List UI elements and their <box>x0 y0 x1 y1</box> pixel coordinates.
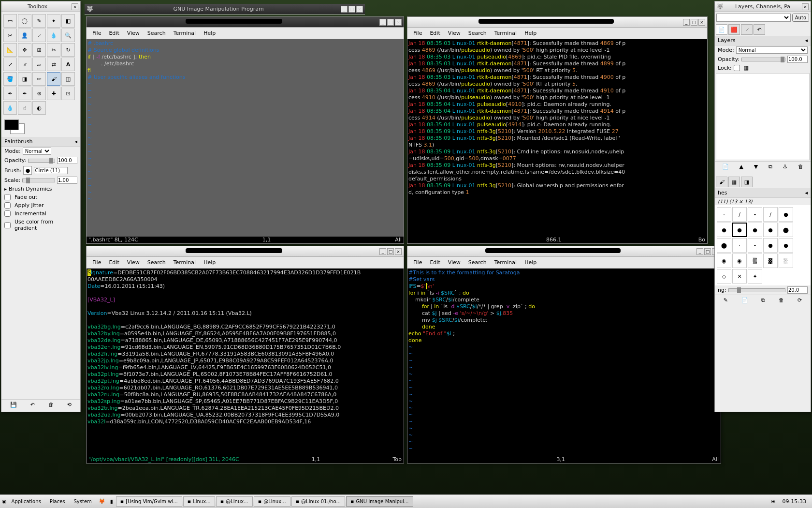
menu-file[interactable]: File <box>409 258 426 267</box>
edit-brush-icon[interactable]: ✎ <box>724 297 728 303</box>
free-select-tool[interactable]: ✎ <box>32 14 46 28</box>
toolbox-titlebar[interactable]: Toolbox × <box>1 1 80 12</box>
menu-help[interactable]: Help <box>200 29 219 38</box>
duplicate-layer-icon[interactable]: ⧉ <box>768 164 772 170</box>
new-layer-icon[interactable]: 📄 <box>722 164 729 170</box>
lock-pixels-checkbox[interactable] <box>734 65 740 71</box>
scale-tool[interactable]: ⤢ <box>3 58 17 71</box>
brush-item[interactable]: ░ <box>779 254 793 268</box>
gimp-main-titlebar[interactable]: 🐺 GNU Image Manipulation Program _ □ × <box>85 4 365 15</box>
menu-terminal[interactable]: Terminal <box>491 29 521 38</box>
flip-tool[interactable]: ⇄ <box>47 58 60 71</box>
brush-item[interactable]: ◉ <box>732 254 747 268</box>
brush-item[interactable]: ▒ <box>748 254 762 268</box>
menu-help[interactable]: Help <box>521 29 540 38</box>
restore-options-icon[interactable]: ↶ <box>30 402 35 408</box>
brush-item[interactable]: ● <box>732 223 747 237</box>
blur-tool[interactable]: 💧 <box>3 101 17 115</box>
brush-item[interactable]: ⬤ <box>717 238 731 253</box>
options-menu-icon[interactable]: ◂ <box>74 138 77 145</box>
new-brush-icon[interactable]: 📄 <box>741 297 748 303</box>
terminal-4-content[interactable]: #This is to fix the formatting for Sarat… <box>407 269 721 463</box>
text-tool[interactable]: A <box>61 58 75 71</box>
menu-help[interactable]: Help <box>200 258 219 267</box>
menu-terminal[interactable]: Terminal <box>170 258 200 267</box>
menu-search[interactable]: Search <box>144 258 170 267</box>
brush-item[interactable]: ▓ <box>763 254 778 268</box>
ink-tool[interactable]: ✒ <box>18 87 31 100</box>
scale-input[interactable] <box>57 177 77 184</box>
menu-file[interactable]: File <box>88 258 105 267</box>
layers-list[interactable] <box>716 73 810 160</box>
minimize-icon[interactable]: _ <box>379 19 386 26</box>
bucket-fill-tool[interactable]: 🪣 <box>3 72 17 86</box>
menu-search[interactable]: Search <box>464 29 491 38</box>
brush-item[interactable]: ✕ <box>732 269 747 284</box>
brush-item[interactable]: • <box>748 238 762 253</box>
channels-tab[interactable]: 🟥 <box>728 24 740 35</box>
opacity-slider[interactable] <box>28 159 55 163</box>
menu-file[interactable]: File <box>88 29 105 38</box>
opacity-input[interactable] <box>57 157 77 164</box>
menu-terminal[interactable]: Terminal <box>491 258 521 267</box>
heal-tool[interactable]: ✚ <box>47 87 60 100</box>
color-picker-tool[interactable]: 💧 <box>47 29 60 42</box>
paintbrush-tool[interactable]: 🖌 <box>47 72 60 86</box>
maximize-icon[interactable]: □ <box>387 19 394 26</box>
spacing-slider[interactable] <box>728 288 785 292</box>
move-tool[interactable]: ✥ <box>18 43 31 57</box>
clock[interactable]: 09:15:33 <box>779 498 810 505</box>
menu-view[interactable]: View <box>123 29 144 38</box>
brush-preview[interactable]: ● <box>23 166 32 175</box>
perspective-clone-tool[interactable]: ⊡ <box>61 87 75 100</box>
taskbar-item[interactable]: ▪@Linux-01:/ho... <box>291 496 345 507</box>
taskbar-item[interactable]: ▪Linux... <box>183 496 215 507</box>
rect-select-tool[interactable]: ▭ <box>3 14 17 28</box>
terminal-2-titlebar[interactable]: _□× <box>407 17 707 28</box>
menu-view[interactable]: View <box>444 258 464 267</box>
close-icon[interactable]: × <box>72 3 78 10</box>
blend-tool[interactable]: ◨ <box>18 72 31 86</box>
terminal-3-content[interactable]: Signature=DEDBE51CB7F02F06BD385CB2A07F73… <box>87 269 404 463</box>
maximize-icon[interactable]: □ <box>387 248 394 255</box>
undo-tab[interactable]: ↶ <box>754 24 765 35</box>
color-select-tool[interactable]: ◧ <box>61 14 75 28</box>
brushes-menu-icon[interactable]: ◂ <box>805 190 808 196</box>
refresh-brush-icon[interactable]: ⟳ <box>798 297 802 303</box>
clone-tool[interactable]: ⊛ <box>32 87 46 100</box>
airbrush-tool[interactable]: ✒ <box>3 87 17 100</box>
close-icon[interactable]: × <box>698 19 705 26</box>
anchor-layer-icon[interactable]: ⚓ <box>783 164 788 170</box>
pencil-tool[interactable]: ✏ <box>32 72 46 86</box>
incremental-checkbox[interactable] <box>4 210 11 217</box>
brushes-tab[interactable]: 🖌 <box>716 177 727 187</box>
taskbar-item[interactable]: ▪GNU Image Manipul... <box>346 496 413 507</box>
apply-jitter-checkbox[interactable] <box>4 202 11 209</box>
brush-item[interactable]: / <box>732 207 747 222</box>
align-tool[interactable]: ⊞ <box>32 43 46 57</box>
paths-tool[interactable]: ⟋ <box>32 29 46 42</box>
terminal-launcher-icon[interactable]: ▮ <box>108 498 115 505</box>
menu-view[interactable]: View <box>123 258 144 267</box>
measure-tool[interactable]: 📐 <box>3 43 17 57</box>
brush-item[interactable]: ● <box>717 223 731 237</box>
layers-menu-icon[interactable]: ◂ <box>805 37 808 44</box>
terminal-2-content[interactable]: Jan 18 08:35:03 Linux-01 rtkit-daemon[48… <box>407 39 707 243</box>
brush-item[interactable]: ◉ <box>717 254 731 268</box>
menu-terminal[interactable]: Terminal <box>170 29 200 38</box>
duplicate-brush-icon[interactable]: ⧉ <box>761 297 765 303</box>
menu-edit[interactable]: Edit <box>426 258 444 267</box>
minimize-icon[interactable]: _ <box>379 248 386 255</box>
minimize-icon[interactable]: _ <box>696 248 703 255</box>
layer-opacity-input[interactable] <box>787 56 808 63</box>
menu-edit[interactable]: Edit <box>105 258 123 267</box>
menu-search[interactable]: Search <box>464 258 491 267</box>
firefox-icon[interactable]: 🦊 <box>97 498 107 505</box>
terminal-1-content[interactable]: # .bashrc# Source global definitionsif [… <box>87 39 404 243</box>
spacing-input[interactable] <box>787 286 808 294</box>
brush-item[interactable]: · <box>732 238 747 253</box>
menu-search[interactable]: Search <box>144 29 170 38</box>
scale-slider[interactable] <box>22 179 55 182</box>
crop-tool[interactable]: ✂ <box>47 43 60 57</box>
brush-item[interactable]: ✦ <box>748 269 762 284</box>
